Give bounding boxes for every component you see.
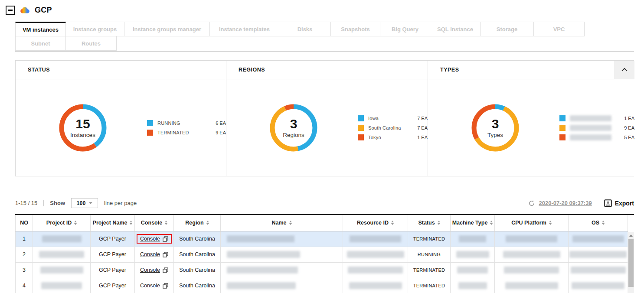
chart-panel-types: TYPES3Types1 EA9 EA5 EA [428,61,634,176]
sort-icon [549,221,552,225]
pagination-controls: 1-15 / 15 Show 100 line per page [15,198,137,208]
column-header-console[interactable]: Console [135,215,174,231]
panel-header: TYPES [428,61,634,79]
cell-machine_type [451,247,495,262]
tab-vm-instances[interactable]: VM instances [15,22,66,36]
column-header-region[interactable]: Region [174,215,221,231]
console-link[interactable]: Console [140,267,160,273]
cell-os [569,262,628,278]
column-header-status[interactable]: Status [408,215,451,231]
instances-table-wrap: NOProject IDProject NameConsoleRegionNam… [15,214,634,293]
console-link[interactable]: Console [140,236,160,242]
types-donut-chart: 3Types [469,102,521,154]
tab-subnet[interactable]: Subnet [15,36,66,51]
cell-name [221,247,343,262]
refresh-icon[interactable] [528,200,535,207]
instances-table: NOProject IDProject NameConsoleRegionNam… [15,215,628,293]
legend-swatch [358,134,364,140]
cell-project_id [33,262,91,278]
chevron-up-icon [621,68,628,72]
types-legend: 1 EA9 EA5 EA [559,112,634,144]
cell-os [569,278,628,293]
legend-swatch [147,130,153,136]
tab-vpc[interactable]: VPC [534,22,585,36]
annotation-red-box: Console [137,234,172,244]
legend-item: Iowa7 EA [358,115,428,121]
column-header-project_name[interactable]: Project Name [91,215,135,231]
legend-item: TERMINATED9 EA [147,130,226,136]
tab-instance-groups[interactable]: Instance groups [66,22,124,36]
table-row-1[interactable]: 1GCP PayerConsoleSouth CarolinaTERMINATE… [16,231,628,247]
redacted-value [504,267,559,273]
divider [43,200,44,206]
collapse-section-button[interactable] [6,6,15,15]
table-row-4[interactable]: 4GCP PayerConsoleSouth CarolinaTERMINATE… [16,278,628,293]
tab-snapshots[interactable]: Snapshots [331,22,380,36]
sort-icon [602,221,605,225]
column-header-resource_id[interactable]: Resource ID [343,215,408,231]
cell-console: Console [135,262,174,278]
cell-name [221,278,343,293]
table-row-2[interactable]: 2GCP PayerConsoleSouth CarolinaRUNNING [16,247,628,262]
legend-item: South Carolina7 EA [358,125,428,131]
legend-item: 5 EA [559,134,634,140]
column-header-name[interactable]: Name [221,215,343,231]
column-header-machine_type[interactable]: Machine Type [451,215,495,231]
cell-name [221,262,343,278]
export-button[interactable]: Export [604,199,634,207]
tab-instance-groups-manager[interactable]: Instance groups manager [124,22,210,36]
arrow-up-icon [629,234,633,237]
sort-icon [74,221,77,225]
legend-swatch [358,125,364,131]
console-link[interactable]: Console [140,251,160,257]
table-scrollbar[interactable] [628,232,634,293]
sort-icon [438,221,440,225]
page-size-select[interactable]: 100 [71,198,98,208]
legend-value: 7 EA [417,116,428,121]
column-header-cpu_platform[interactable]: CPU Platform [495,215,569,231]
redacted-label [570,125,611,131]
open-in-new-window-icon [163,252,168,257]
column-header-project_id[interactable]: Project ID [33,215,91,231]
sort-icon [289,221,292,225]
panel-title: TYPES [440,67,459,73]
regions-donut-chart: 3Regions [268,102,320,154]
legend-item: 9 EA [559,125,634,131]
tab-big-query[interactable]: Big Query [380,22,430,36]
console-link[interactable]: Console [140,283,160,289]
redacted-value [457,267,488,273]
redacted-value [41,282,82,289]
open-in-new-window-icon [163,283,168,289]
donut-center-text: 15Instances [57,102,109,154]
tab-instance-templates[interactable]: Instance templates [210,22,279,36]
page-title: GCP [35,6,52,15]
cell-os [569,231,628,247]
tab-storage[interactable]: Storage [481,22,534,36]
column-header-os[interactable]: OS [569,215,628,231]
legend-swatch [559,125,566,131]
app-header: GCP [0,0,644,15]
table-row-3[interactable]: 3GCP PayerConsoleSouth CarolinaTERMINATE… [16,262,628,278]
scroll-up-button[interactable] [628,232,634,239]
legend-label: Tokyo [368,135,381,140]
tab-disks[interactable]: Disks [279,22,331,36]
minus-icon [8,10,13,11]
redacted-value [505,282,558,289]
legend-swatch [559,134,566,140]
tab-sql-instance[interactable]: SQL Instance [430,22,481,36]
gcp-cloud-logo [20,7,30,14]
legend-swatch [559,115,566,121]
legend-value: 7 EA [417,125,428,130]
scrollbar-thumb[interactable] [628,239,634,287]
last-refresh-timestamp[interactable]: 2020-07-20 09:37:39 [539,200,592,206]
sort-icon [206,221,209,225]
redacted-value [350,235,401,242]
sort-icon [490,221,493,225]
cell-project_id [33,231,91,247]
tab-routes[interactable]: Routes [66,36,117,51]
collapse-charts-button[interactable] [614,61,634,79]
cell-project_name: GCP Payer [91,231,135,247]
sort-icon [165,221,167,225]
redacted-value [458,282,487,289]
page-size-value: 100 [77,200,86,206]
